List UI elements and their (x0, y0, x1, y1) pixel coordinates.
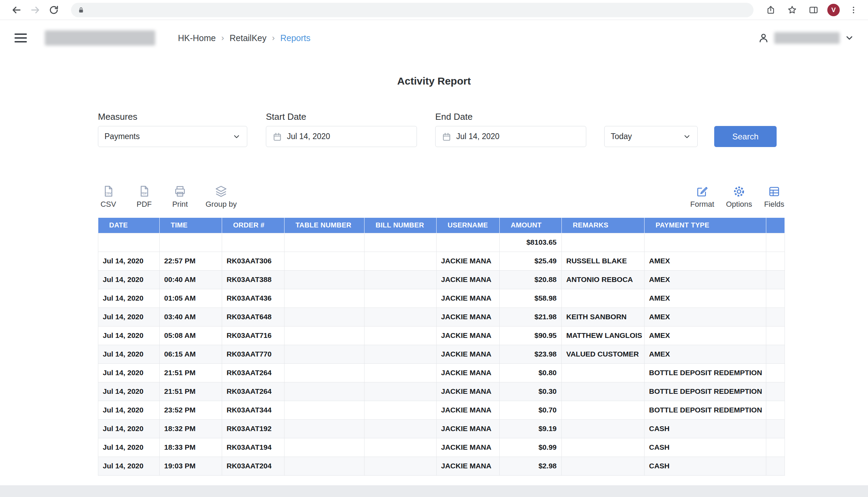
options-button[interactable]: Options (726, 185, 752, 209)
table-row[interactable]: Jul 14, 202005:08 AMRK03AAT716JACKIE MAN… (98, 326, 785, 345)
print-button[interactable]: Print (170, 185, 190, 209)
cell: Jul 14, 2020 (98, 252, 160, 270)
cell (285, 419, 365, 438)
options-label: Options (726, 200, 752, 209)
breadcrumb-hk-home[interactable]: HK-Home (178, 33, 216, 43)
pdf-export-button[interactable]: PDF PDF (134, 185, 154, 209)
table-row[interactable]: Jul 14, 202021:51 PMRK03AAT264JACKIE MAN… (98, 382, 785, 401)
cell: RUSSELL BLAKE (562, 252, 645, 270)
table-row[interactable]: Jul 14, 202021:51 PMRK03AAT264JACKIE MAN… (98, 363, 785, 382)
cell (285, 270, 365, 289)
gear-icon (733, 185, 745, 198)
end-date-label: End Date (435, 111, 472, 122)
user-menu[interactable] (758, 32, 854, 44)
cell: JACKIE MANA (437, 270, 500, 289)
cell: 22:57 PM (160, 252, 222, 270)
group-by-button[interactable]: Group by (206, 185, 237, 209)
measures-label: Measures (98, 111, 137, 122)
empty-cell (766, 308, 785, 326)
csv-export-button[interactable]: CSV CSV (98, 185, 119, 209)
table-row[interactable]: Jul 14, 202023:52 PMRK03AAT344JACKIE MAN… (98, 401, 785, 419)
cell: 03:40 AM (160, 308, 222, 326)
table-row[interactable]: Jul 14, 202001:05 AMRK03AAT436JACKIE MAN… (98, 289, 785, 308)
address-bar[interactable] (71, 3, 754, 17)
breadcrumb-reports[interactable]: Reports (280, 33, 311, 43)
cell (285, 252, 365, 270)
start-date-label: Start Date (266, 111, 306, 122)
cell: MATTHEW LANGLOIS (562, 326, 645, 345)
column-header[interactable]: TIME (160, 218, 222, 233)
kebab-menu-icon (849, 6, 858, 14)
reload-button[interactable] (46, 2, 61, 18)
cell (365, 252, 437, 270)
total-row: $8103.65 (98, 233, 785, 252)
table-row[interactable]: Jul 14, 202022:57 PMRK03AAT306JACKIE MAN… (98, 252, 785, 270)
column-header[interactable]: PAYMENT TYPE (645, 218, 766, 233)
print-label: Print (172, 200, 188, 209)
column-header[interactable]: REMARKS (562, 218, 645, 233)
cell: JACKIE MANA (437, 345, 500, 363)
cell: $2.98 (500, 457, 562, 475)
calendar-icon (272, 132, 282, 142)
calendar-icon (442, 132, 451, 142)
table-row[interactable]: Jul 14, 202018:32 PMRK03AAT192JACKIE MAN… (98, 419, 785, 438)
cell (285, 438, 365, 457)
column-header[interactable]: DATE (98, 218, 160, 233)
column-header[interactable]: ORDER # (222, 218, 285, 233)
start-date-value: Jul 14, 2020 (287, 132, 330, 141)
empty-cell (285, 233, 365, 252)
end-date-input[interactable]: Jul 14, 2020 (435, 126, 586, 147)
cell: RK03AAT306 (222, 252, 285, 270)
forward-button[interactable] (28, 2, 43, 18)
cell: 01:05 AM (160, 289, 222, 308)
column-header[interactable]: BILL NUMBER (365, 218, 437, 233)
table-row[interactable]: Jul 14, 202018:33 PMRK03AAT194JACKIE MAN… (98, 438, 785, 457)
empty-cell (98, 233, 160, 252)
cell (562, 289, 645, 308)
cell (285, 382, 365, 401)
cell: Jul 14, 2020 (98, 438, 160, 457)
column-header[interactable]: AMOUNT (500, 218, 562, 233)
cell: Jul 14, 2020 (98, 345, 160, 363)
date-range-select[interactable]: Today (604, 126, 698, 147)
back-button[interactable] (9, 2, 24, 18)
empty-cell (160, 233, 222, 252)
table-row[interactable]: Jul 14, 202003:40 AMRK03AAT648JACKIE MAN… (98, 308, 785, 326)
cell: 05:08 AM (160, 326, 222, 345)
share-button[interactable] (763, 2, 778, 18)
chevron-down-icon (683, 133, 691, 141)
breadcrumb-retailkey[interactable]: RetailKey (230, 33, 267, 43)
side-panel-button[interactable] (806, 2, 821, 18)
empty-cell (766, 270, 785, 289)
browser-menu-button[interactable] (846, 2, 861, 18)
cell: 18:32 PM (160, 419, 222, 438)
cell: AMEX (645, 252, 766, 270)
cell: ANTONIO REBOCA (562, 270, 645, 289)
fields-button[interactable]: Fields (764, 185, 785, 209)
csv-icon: CSV (102, 185, 115, 198)
cell: KEITH SANBORN (562, 308, 645, 326)
empty-cell (766, 326, 785, 345)
menu-button[interactable] (14, 30, 30, 46)
cell: AMEX (645, 289, 766, 308)
cell: JACKIE MANA (437, 457, 500, 475)
table-row[interactable]: Jul 14, 202006:15 AMRK03AAT770JACKIE MAN… (98, 345, 785, 363)
cell: $0.80 (500, 363, 562, 382)
column-header[interactable]: TABLE NUMBER (285, 218, 365, 233)
bookmark-button[interactable] (785, 2, 800, 18)
column-header[interactable]: USERNAME (437, 218, 500, 233)
cell: $21.98 (500, 308, 562, 326)
start-date-input[interactable]: Jul 14, 2020 (266, 126, 417, 147)
breadcrumb-separator: › (272, 33, 275, 43)
cell: 19:03 PM (160, 457, 222, 475)
cell: AMEX (645, 345, 766, 363)
search-button[interactable]: Search (714, 126, 777, 147)
table-row[interactable]: Jul 14, 202019:03 PMRK03AAT204JACKIE MAN… (98, 457, 785, 475)
browser-profile-avatar[interactable]: V (827, 4, 840, 16)
format-button[interactable]: Format (690, 185, 714, 209)
cell: CASH (645, 419, 766, 438)
measures-select[interactable]: Payments (98, 126, 247, 147)
table-row[interactable]: Jul 14, 202000:40 AMRK03AAT388JACKIE MAN… (98, 270, 785, 289)
side-panel-icon (809, 5, 818, 15)
layers-icon (214, 185, 228, 198)
